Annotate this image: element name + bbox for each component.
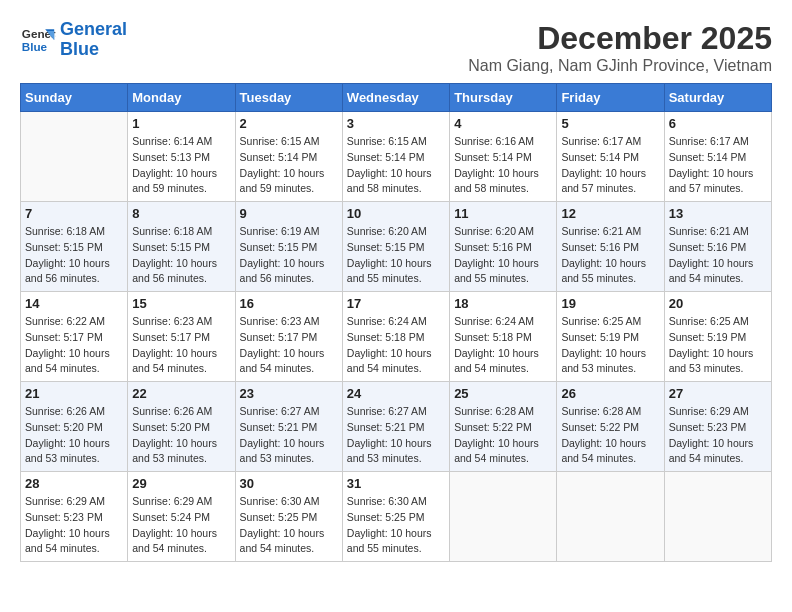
calendar-day-cell: 23Sunrise: 6:27 AMSunset: 5:21 PMDayligh… [235, 382, 342, 472]
day-info: Sunrise: 6:20 AMSunset: 5:16 PMDaylight:… [454, 224, 552, 287]
day-info: Sunrise: 6:21 AMSunset: 5:16 PMDaylight:… [561, 224, 659, 287]
day-number: 23 [240, 386, 338, 401]
logo-text: GeneralBlue [60, 20, 127, 60]
calendar-day-cell: 21Sunrise: 6:26 AMSunset: 5:20 PMDayligh… [21, 382, 128, 472]
day-info: Sunrise: 6:21 AMSunset: 5:16 PMDaylight:… [669, 224, 767, 287]
calendar-day-cell: 24Sunrise: 6:27 AMSunset: 5:21 PMDayligh… [342, 382, 449, 472]
day-info: Sunrise: 6:18 AMSunset: 5:15 PMDaylight:… [132, 224, 230, 287]
day-info: Sunrise: 6:23 AMSunset: 5:17 PMDaylight:… [132, 314, 230, 377]
calendar-day-cell [450, 472, 557, 562]
calendar-day-cell: 4Sunrise: 6:16 AMSunset: 5:14 PMDaylight… [450, 112, 557, 202]
calendar-title: December 2025 [468, 20, 772, 57]
day-info: Sunrise: 6:26 AMSunset: 5:20 PMDaylight:… [25, 404, 123, 467]
header-row: SundayMondayTuesdayWednesdayThursdayFrid… [21, 84, 772, 112]
calendar-day-cell: 17Sunrise: 6:24 AMSunset: 5:18 PMDayligh… [342, 292, 449, 382]
calendar-day-cell: 12Sunrise: 6:21 AMSunset: 5:16 PMDayligh… [557, 202, 664, 292]
calendar-day-cell: 15Sunrise: 6:23 AMSunset: 5:17 PMDayligh… [128, 292, 235, 382]
day-info: Sunrise: 6:22 AMSunset: 5:17 PMDaylight:… [25, 314, 123, 377]
day-number: 6 [669, 116, 767, 131]
day-number: 28 [25, 476, 123, 491]
day-number: 16 [240, 296, 338, 311]
day-number: 13 [669, 206, 767, 221]
calendar-day-cell [557, 472, 664, 562]
day-info: Sunrise: 6:29 AMSunset: 5:23 PMDaylight:… [25, 494, 123, 557]
calendar-week-row: 14Sunrise: 6:22 AMSunset: 5:17 PMDayligh… [21, 292, 772, 382]
calendar-day-cell: 28Sunrise: 6:29 AMSunset: 5:23 PMDayligh… [21, 472, 128, 562]
day-of-week-header: Saturday [664, 84, 771, 112]
day-info: Sunrise: 6:28 AMSunset: 5:22 PMDaylight:… [561, 404, 659, 467]
day-number: 14 [25, 296, 123, 311]
calendar-day-cell: 26Sunrise: 6:28 AMSunset: 5:22 PMDayligh… [557, 382, 664, 472]
day-info: Sunrise: 6:25 AMSunset: 5:19 PMDaylight:… [669, 314, 767, 377]
day-info: Sunrise: 6:29 AMSunset: 5:23 PMDaylight:… [669, 404, 767, 467]
calendar-day-cell: 8Sunrise: 6:18 AMSunset: 5:15 PMDaylight… [128, 202, 235, 292]
day-number: 5 [561, 116, 659, 131]
calendar-day-cell: 10Sunrise: 6:20 AMSunset: 5:15 PMDayligh… [342, 202, 449, 292]
day-info: Sunrise: 6:24 AMSunset: 5:18 PMDaylight:… [347, 314, 445, 377]
page-header: General Blue GeneralBlue December 2025 N… [20, 20, 772, 75]
day-number: 4 [454, 116, 552, 131]
calendar-day-cell: 2Sunrise: 6:15 AMSunset: 5:14 PMDaylight… [235, 112, 342, 202]
calendar-day-cell: 11Sunrise: 6:20 AMSunset: 5:16 PMDayligh… [450, 202, 557, 292]
day-number: 29 [132, 476, 230, 491]
calendar-day-cell: 16Sunrise: 6:23 AMSunset: 5:17 PMDayligh… [235, 292, 342, 382]
day-info: Sunrise: 6:30 AMSunset: 5:25 PMDaylight:… [347, 494, 445, 557]
calendar-header: SundayMondayTuesdayWednesdayThursdayFrid… [21, 84, 772, 112]
day-info: Sunrise: 6:16 AMSunset: 5:14 PMDaylight:… [454, 134, 552, 197]
calendar-day-cell: 14Sunrise: 6:22 AMSunset: 5:17 PMDayligh… [21, 292, 128, 382]
day-number: 18 [454, 296, 552, 311]
day-number: 9 [240, 206, 338, 221]
calendar-day-cell: 22Sunrise: 6:26 AMSunset: 5:20 PMDayligh… [128, 382, 235, 472]
calendar-day-cell [21, 112, 128, 202]
calendar-week-row: 1Sunrise: 6:14 AMSunset: 5:13 PMDaylight… [21, 112, 772, 202]
calendar-day-cell: 7Sunrise: 6:18 AMSunset: 5:15 PMDaylight… [21, 202, 128, 292]
day-info: Sunrise: 6:29 AMSunset: 5:24 PMDaylight:… [132, 494, 230, 557]
day-info: Sunrise: 6:15 AMSunset: 5:14 PMDaylight:… [240, 134, 338, 197]
calendar-day-cell: 20Sunrise: 6:25 AMSunset: 5:19 PMDayligh… [664, 292, 771, 382]
calendar-day-cell: 29Sunrise: 6:29 AMSunset: 5:24 PMDayligh… [128, 472, 235, 562]
calendar-day-cell [664, 472, 771, 562]
day-info: Sunrise: 6:17 AMSunset: 5:14 PMDaylight:… [669, 134, 767, 197]
calendar-week-row: 7Sunrise: 6:18 AMSunset: 5:15 PMDaylight… [21, 202, 772, 292]
day-of-week-header: Thursday [450, 84, 557, 112]
title-section: December 2025 Nam Giang, Nam GJinh Provi… [468, 20, 772, 75]
day-number: 12 [561, 206, 659, 221]
calendar-day-cell: 6Sunrise: 6:17 AMSunset: 5:14 PMDaylight… [664, 112, 771, 202]
calendar-day-cell: 18Sunrise: 6:24 AMSunset: 5:18 PMDayligh… [450, 292, 557, 382]
day-info: Sunrise: 6:17 AMSunset: 5:14 PMDaylight:… [561, 134, 659, 197]
logo-icon: General Blue [20, 22, 56, 58]
day-number: 31 [347, 476, 445, 491]
day-number: 24 [347, 386, 445, 401]
day-number: 2 [240, 116, 338, 131]
day-number: 27 [669, 386, 767, 401]
day-number: 15 [132, 296, 230, 311]
day-number: 3 [347, 116, 445, 131]
calendar-week-row: 28Sunrise: 6:29 AMSunset: 5:23 PMDayligh… [21, 472, 772, 562]
day-number: 30 [240, 476, 338, 491]
day-info: Sunrise: 6:28 AMSunset: 5:22 PMDaylight:… [454, 404, 552, 467]
calendar-day-cell: 25Sunrise: 6:28 AMSunset: 5:22 PMDayligh… [450, 382, 557, 472]
day-info: Sunrise: 6:26 AMSunset: 5:20 PMDaylight:… [132, 404, 230, 467]
day-of-week-header: Monday [128, 84, 235, 112]
calendar-day-cell: 31Sunrise: 6:30 AMSunset: 5:25 PMDayligh… [342, 472, 449, 562]
calendar-day-cell: 30Sunrise: 6:30 AMSunset: 5:25 PMDayligh… [235, 472, 342, 562]
calendar-table: SundayMondayTuesdayWednesdayThursdayFrid… [20, 83, 772, 562]
day-of-week-header: Wednesday [342, 84, 449, 112]
calendar-subtitle: Nam Giang, Nam GJinh Province, Vietnam [468, 57, 772, 75]
day-info: Sunrise: 6:20 AMSunset: 5:15 PMDaylight:… [347, 224, 445, 287]
day-number: 17 [347, 296, 445, 311]
day-info: Sunrise: 6:25 AMSunset: 5:19 PMDaylight:… [561, 314, 659, 377]
day-info: Sunrise: 6:24 AMSunset: 5:18 PMDaylight:… [454, 314, 552, 377]
calendar-day-cell: 5Sunrise: 6:17 AMSunset: 5:14 PMDaylight… [557, 112, 664, 202]
day-info: Sunrise: 6:30 AMSunset: 5:25 PMDaylight:… [240, 494, 338, 557]
day-info: Sunrise: 6:27 AMSunset: 5:21 PMDaylight:… [347, 404, 445, 467]
calendar-body: 1Sunrise: 6:14 AMSunset: 5:13 PMDaylight… [21, 112, 772, 562]
day-info: Sunrise: 6:27 AMSunset: 5:21 PMDaylight:… [240, 404, 338, 467]
day-of-week-header: Sunday [21, 84, 128, 112]
day-number: 8 [132, 206, 230, 221]
calendar-week-row: 21Sunrise: 6:26 AMSunset: 5:20 PMDayligh… [21, 382, 772, 472]
logo: General Blue GeneralBlue [20, 20, 127, 60]
day-number: 20 [669, 296, 767, 311]
calendar-day-cell: 27Sunrise: 6:29 AMSunset: 5:23 PMDayligh… [664, 382, 771, 472]
calendar-day-cell: 3Sunrise: 6:15 AMSunset: 5:14 PMDaylight… [342, 112, 449, 202]
